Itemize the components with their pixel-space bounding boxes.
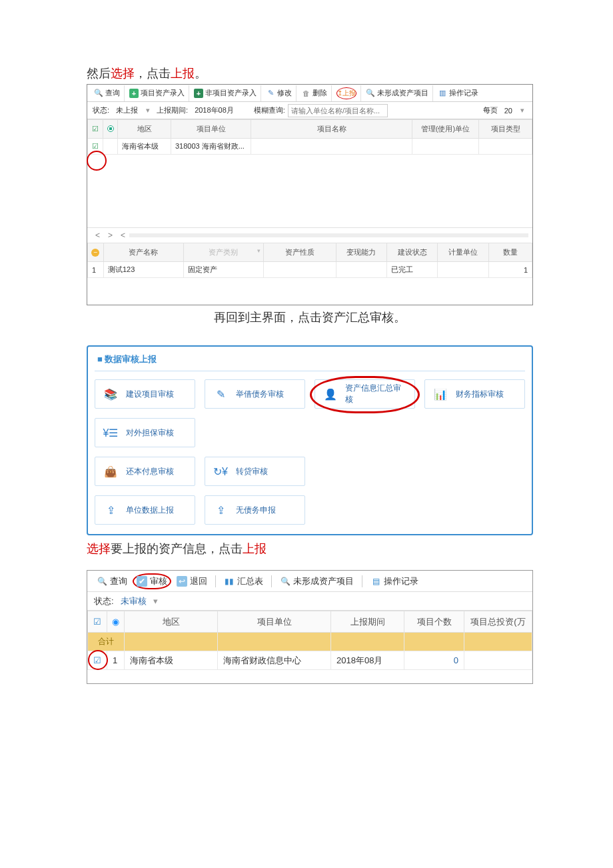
tile-financial-index-audit[interactable]: 📊财务指标审核 [424, 379, 525, 409]
txt-red: 上报 [243, 542, 267, 555]
status-label: 状态: [91, 595, 117, 607]
status-dropdown[interactable]: 未上报 [112, 105, 142, 115]
txt: 然后 [87, 67, 111, 80]
delete-button[interactable]: 🗑删除 [297, 85, 332, 101]
unformed-asset-button[interactable]: 🔍未形成资产项目 [275, 572, 359, 591]
label: 项目资产录入 [141, 88, 185, 98]
edit-button[interactable]: ✎修改 [262, 85, 297, 101]
query-button[interactable]: 🔍查询 [91, 572, 133, 591]
cell-qty: 1 [488, 262, 532, 278]
perpage-value[interactable]: 20 [500, 107, 516, 115]
cell-mgr [412, 139, 479, 155]
caption-2: 再回到主界面，点击资产汇总审核。 [87, 309, 533, 325]
audit-icon: ✔ [137, 576, 147, 587]
label: 非项目资产录入 [205, 88, 257, 98]
audit-button[interactable]: ✔审核 [133, 573, 171, 589]
scrollbar-track[interactable] [129, 233, 528, 237]
col-unit: 项目单位 [218, 611, 331, 633]
label: 审核 [150, 575, 167, 587]
log-icon: ▥ [438, 89, 447, 98]
filter-bar: 状态: 未审核 ▾ [87, 592, 532, 611]
audit-grid: ☑ ◉ 地区 项目单位 上报期间 项目个数 项目总投资(万 合计 ☑ 1 海南 [87, 611, 532, 683]
label: 修改 [277, 88, 292, 98]
row-radio[interactable] [103, 139, 118, 155]
search-icon: 🔍 [97, 576, 107, 587]
cell-region: 海南省本级 [125, 651, 218, 670]
row-checkbox[interactable]: ☑ [88, 139, 103, 155]
screenshot-asset-entry: 🔍查询 +项目资产录入 +非项目资产录入 ✎修改 🗑删除 ↥ 上报 🔍未形成资产… [87, 84, 533, 305]
status-dropdown[interactable]: 未审核 [117, 595, 151, 607]
row-index: 1 [107, 651, 125, 670]
panel-title: ■ 数据审核上报 [95, 353, 525, 371]
col-qty: 数量 [488, 243, 532, 262]
chevron-down-icon[interactable]: ▾ [151, 596, 161, 606]
report-button[interactable]: ↥ 上报 [332, 85, 361, 101]
checkbox-all[interactable]: ☑ [88, 120, 103, 139]
tile-transfer-loan-audit[interactable]: ↻¥转贷审核 [205, 457, 305, 486]
chevron-down-icon[interactable]: ▾ [142, 106, 154, 115]
fuzzy-search-input[interactable] [288, 104, 388, 117]
cell-asset-cat: 固定资产 [183, 262, 263, 278]
cell-unit [438, 262, 488, 278]
upload-icon: ⇪ [102, 501, 119, 519]
tile-asset-summary-audit[interactable]: 👤资产信息汇总审核 [314, 379, 415, 409]
table-row[interactable]: ☑ 海南省本级 318003 海南省财政... [88, 139, 532, 155]
label: 退回 [190, 575, 207, 587]
label: 未形成资产项目 [293, 575, 354, 587]
blank [87, 278, 532, 305]
yen-icon: ¥☰ [102, 424, 119, 441]
log-button[interactable]: ▥操作记录 [434, 85, 482, 101]
label: 查询 [110, 575, 127, 587]
add-nonproject-asset-button[interactable]: +非项目资产录入 [190, 85, 261, 101]
edit-icon: ✎ [266, 89, 275, 98]
tile-no-debt-declare[interactable]: ⇪无债务申报 [205, 495, 305, 525]
separator [215, 575, 216, 587]
col-asset-cat[interactable]: 资产类别 [183, 243, 263, 262]
building-icon: 📚 [102, 385, 119, 403]
label: 资产信息汇总审核 [345, 383, 408, 405]
txt: 。 [195, 67, 207, 80]
screenshot-audit-menu: ■ 数据审核上报 📚建设项目审核 ✎举借债务审核 👤资产信息汇总审核 📊财务指标… [87, 345, 533, 535]
table-row[interactable]: ☑ 1 海南省本级 海南省财政信息中心 2018年08月 0 [88, 651, 532, 670]
label: 汇总表 [237, 575, 263, 587]
log-button[interactable]: ▤操作记录 [365, 572, 424, 591]
toolbar: 🔍查询 ✔审核 ↩退回 ▮▮汇总表 🔍未形成资产项目 ▤操作记录 [87, 571, 532, 592]
label: 删除 [312, 88, 327, 98]
label: 操作记录 [449, 88, 478, 98]
search-icon: 🔍 [366, 89, 375, 98]
page-next[interactable]: > [104, 231, 117, 240]
tile-borrow-debt-audit[interactable]: ✎举借债务审核 [205, 379, 305, 409]
summary-button[interactable]: ▮▮汇总表 [219, 572, 269, 591]
list-icon: 📊 [432, 385, 449, 403]
table-row[interactable]: 1 测试123 固定资产 已完工 1 [88, 262, 532, 278]
pencil-icon: ✎ [212, 385, 229, 403]
cell-name [251, 139, 412, 155]
checkbox-all[interactable]: ☑ [88, 611, 107, 633]
chevron-down-icon[interactable]: ▾ [516, 106, 528, 115]
label: 还本付息审核 [126, 466, 174, 477]
label: 举借债务审核 [236, 389, 284, 400]
scroll-left[interactable]: < [117, 231, 129, 240]
tile-build-project-audit[interactable]: 📚建设项目审核 [95, 379, 195, 409]
pager: < > < [87, 228, 532, 243]
row-checkbox[interactable]: ☑ [88, 651, 107, 670]
caption-3: 选择要上报的资产信息，点击上报 [87, 541, 533, 557]
col-period: 上报期间 [331, 611, 404, 633]
cell-region: 海南省本级 [118, 139, 171, 155]
tile-guarantee-audit[interactable]: ¥☰对外担保审核 [95, 418, 195, 447]
period-value[interactable]: 2018年08月 [191, 105, 238, 115]
report-icon-circled: ↥ 上报 [336, 87, 356, 99]
col-unit: 计量单位 [438, 243, 488, 262]
add-project-asset-button[interactable]: +项目资产录入 [125, 85, 189, 101]
return-button[interactable]: ↩退回 [171, 572, 213, 591]
cell-unit: 海南省财政信息中心 [218, 651, 331, 670]
query-button[interactable]: 🔍查询 [90, 85, 125, 101]
col-count: 项目个数 [404, 611, 464, 633]
unformed-asset-button[interactable]: 🔍未形成资产项目 [362, 85, 433, 101]
asset-icon: 👤 [322, 385, 338, 403]
tile-debt-payment-audit[interactable]: 👜还本付息审核 [95, 457, 195, 486]
page-prev[interactable]: < [91, 231, 104, 240]
label: 财务指标审核 [456, 389, 504, 400]
col-invest: 项目总投资(万 [464, 611, 532, 633]
tile-unit-data-report[interactable]: ⇪单位数据上报 [95, 495, 195, 525]
